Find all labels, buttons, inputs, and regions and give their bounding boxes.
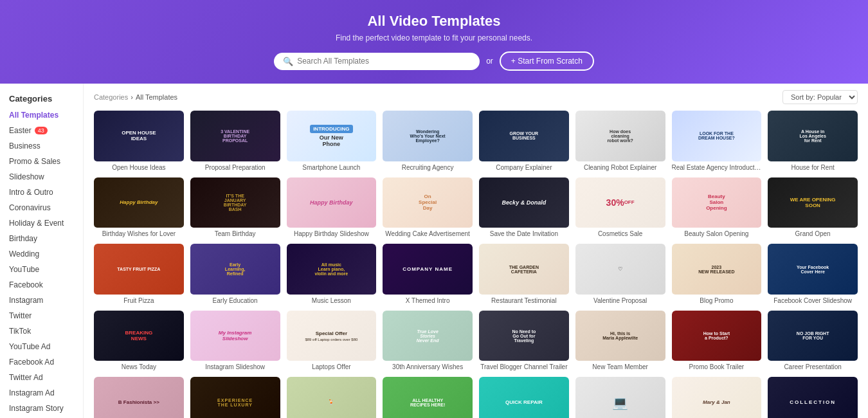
template-card-realestate[interactable]: LOOK FOR THEDREAM HOUSE? Real Estate Age…: [672, 111, 762, 171]
search-input[interactable]: [297, 57, 471, 66]
template-card-beauty-salon[interactable]: BeautySalonOpening Beauty Salon Opening: [672, 177, 762, 238]
template-card-travel-blog[interactable]: No Need toGo Out forTraveling Travel Blo…: [479, 311, 569, 371]
or-text: or: [486, 57, 493, 66]
template-card-open-house[interactable]: OPEN HOUSEIDEAS Open House Ideas: [94, 111, 184, 171]
template-grid-row4: BREAKINGNEWS News Today My InstagramSlid…: [94, 311, 858, 371]
sidebar-item-easter[interactable]: Easter 43: [0, 123, 83, 138]
template-card-recruiting[interactable]: WonderingWho's Your NextEmployee? Recrui…: [383, 111, 473, 171]
search-box[interactable]: 🔍: [274, 53, 480, 70]
template-card-grand-open[interactable]: WE ARE OPENINGSOON Grand Open: [768, 177, 858, 238]
template-grid-row1: OPEN HOUSEIDEAS Open House Ideas 3 VALEN…: [94, 111, 858, 171]
content-area: Categories › All Templates Sort by: Popu…: [84, 84, 868, 418]
template-card-houserent[interactable]: A House inLos Angelesfor Rent House for …: [768, 111, 858, 171]
template-card-anniversary[interactable]: True LoveStoriesNever End 30th Anniversa…: [383, 311, 473, 371]
template-card-promo-book[interactable]: How to Starta Product? Promo Book Traile…: [672, 311, 762, 371]
breadcrumb: Categories › All Templates Sort by: Popu…: [94, 90, 858, 104]
easter-badge: 43: [35, 127, 48, 134]
template-card-wedding-cake[interactable]: OnSpecialDay Wedding Cake Advertisement: [383, 177, 473, 238]
sidebar-item-birthday[interactable]: Birthday: [0, 231, 83, 246]
breadcrumb-current: All Templates: [136, 93, 177, 101]
sidebar-item-facebook-ad[interactable]: Facebook Ad: [0, 354, 83, 370]
template-card-wedding2[interactable]: Mary & Jan Wedding Memories: [672, 377, 762, 418]
template-grid-row5: B Fashionista >> B Fashionista EXPERIENC…: [94, 377, 858, 418]
template-card-restaurant[interactable]: THE GARDENCAFETERIA Restaurant Testimoni…: [479, 244, 569, 304]
template-card-fashionista[interactable]: B Fashionista >> B Fashionista: [94, 377, 184, 418]
template-card-laptops-offer[interactable]: Special Offer$89 off Laptop orders over …: [287, 311, 377, 371]
sidebar-item-business[interactable]: Business: [0, 138, 83, 154]
template-card-fruit-pizza[interactable]: TASTY FRUIT PIZZA Fruit Pizza: [94, 244, 184, 304]
search-row: 🔍 or + Start From Scratch: [13, 51, 855, 71]
template-card-company[interactable]: GROW YOURBUSINESS Company Explainer: [479, 111, 569, 171]
template-card-repair[interactable]: QUICK REPAIR Repair Service: [479, 377, 569, 418]
template-card-new-team[interactable]: Hi, this isMaria Applewilte New Team Mem…: [575, 311, 665, 371]
sidebar-item-wedding[interactable]: Wedding: [0, 246, 83, 262]
template-card-early-edu[interactable]: EarlyLearning,Refined Early Education: [190, 244, 280, 304]
template-card-fb-cover[interactable]: Your FacebookCover Here Facebook Cover S…: [768, 244, 858, 304]
sidebar-item-youtube-ad[interactable]: YouTube Ad: [0, 339, 83, 354]
template-grid-row3: TASTY FRUIT PIZZA Fruit Pizza EarlyLearn…: [94, 244, 858, 304]
categories-heading: Categories: [0, 90, 83, 107]
template-card-proposal[interactable]: 3 VALENTINEBIRTHDAYPROPOSAL Proposal Pre…: [190, 111, 280, 171]
template-card-food[interactable]: 🍹 Food & Drinks: [287, 377, 377, 418]
template-card-x-themed[interactable]: COMPANY NAME X Themed Intro: [383, 244, 473, 304]
template-card-laptop2[interactable]: 💻 Laptop Product: [575, 377, 665, 418]
sidebar-item-promo-sales[interactable]: Promo & Sales: [0, 154, 83, 169]
sort-select[interactable]: Sort by: Popular: [782, 90, 858, 104]
template-card-music-lesson[interactable]: All musicLearn piano,violin and more Mus…: [287, 244, 377, 304]
template-card-ig-slideshow[interactable]: My InstagramSlideshow Instagram Slidesho…: [190, 311, 280, 371]
template-card-team-birthday[interactable]: IT'S THEJANUARYBIRTHDAYBASH Team Birthda…: [190, 177, 280, 238]
template-card-cosmetics[interactable]: 30%OFF Cosmetics Sale: [575, 177, 665, 238]
page-subtitle: Find the perfect video template to fit y…: [13, 33, 855, 42]
template-card-career[interactable]: NO JOB RIGHTFOR YOU Career Presentation: [768, 311, 858, 371]
start-from-scratch-button[interactable]: + Start From Scratch: [500, 51, 594, 71]
sidebar-item-facebook[interactable]: Facebook: [0, 277, 83, 293]
page-title: All Video Templates: [13, 13, 855, 30]
template-card-luxury[interactable]: EXPERIENCETHE LUXURY Experience The Luxu…: [190, 377, 280, 418]
sidebar-item-slideshow[interactable]: Slideshow: [0, 169, 83, 185]
sidebar-item-all-templates[interactable]: All Templates: [0, 107, 83, 123]
sidebar: Categories All Templates Easter 43 Busin…: [0, 84, 84, 418]
sidebar-item-instagram-ad[interactable]: Instagram Ad: [0, 385, 83, 401]
template-card-recipes[interactable]: ALL HEALTHYRECIPES HERE! All Healthy Rec…: [383, 377, 473, 418]
template-grid-row2: Happy Birthday Birthday Wishes for Lover…: [94, 177, 858, 238]
search-icon: 🔍: [283, 57, 293, 66]
sidebar-item-intro-outro[interactable]: Intro & Outro: [0, 185, 83, 200]
sidebar-item-youtube[interactable]: YouTube: [0, 262, 83, 277]
sidebar-item-instagram-story[interactable]: Instagram Story: [0, 401, 83, 416]
template-card-smartphone[interactable]: INTRODUCING Our NewPhone Smartphone Laun…: [287, 111, 377, 171]
sidebar-item-tiktok[interactable]: TikTok: [0, 323, 83, 339]
template-card-news-today[interactable]: BREAKINGNEWS News Today: [94, 311, 184, 371]
sidebar-item-holiday-event[interactable]: Holiday & Event: [0, 215, 83, 231]
template-card-happy-birthday[interactable]: Happy Birthday Happy Birthday Slideshow: [287, 177, 377, 238]
sidebar-item-twitter-ad[interactable]: Twitter Ad: [0, 370, 83, 385]
sidebar-item-coronavirus[interactable]: Coronavirus: [0, 200, 83, 215]
template-card-cleaning[interactable]: How doescleaningrobot work? Cleaning Rob…: [575, 111, 665, 171]
main-layout: Categories All Templates Easter 43 Busin…: [0, 84, 868, 418]
breadcrumb-categories[interactable]: Categories: [94, 93, 128, 101]
template-card-blog-promo[interactable]: 2023NEW RELEASED Blog Promo: [672, 244, 762, 304]
template-card-birthday-lover[interactable]: Happy Birthday Birthday Wishes for Lover: [94, 177, 184, 238]
header: All Video Templates Find the perfect vid…: [0, 0, 868, 84]
template-card-collection[interactable]: COLLECTION Collection: [768, 377, 858, 418]
sidebar-item-twitter[interactable]: Twitter: [0, 308, 83, 323]
template-card-save-date[interactable]: Becky & Donald Save the Date Invitation: [479, 177, 569, 238]
sidebar-item-instagram[interactable]: Instagram: [0, 293, 83, 308]
template-card-valentine[interactable]: ♡ Valentine Proposal: [575, 244, 665, 304]
